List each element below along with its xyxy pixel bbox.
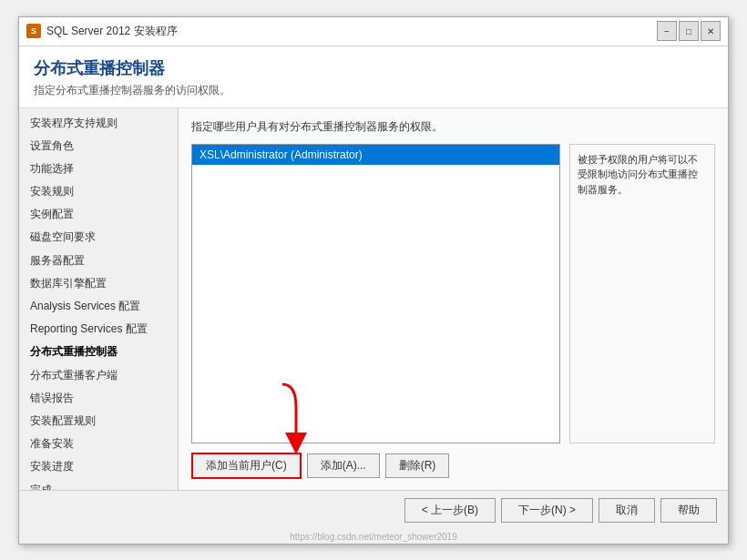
action-buttons-row: 添加当前用户(C) 添加(A)... 删除(R) xyxy=(191,453,715,479)
sidebar-item[interactable]: 完成 xyxy=(19,479,178,490)
watermark: https://blog.csdn.net/meteor_shower2019 xyxy=(19,530,728,544)
window-title: SQL Server 2012 安装程序 xyxy=(46,24,178,39)
help-button[interactable]: 帮助 xyxy=(660,498,717,523)
arrow-decoration xyxy=(237,380,310,464)
content-area: 安装程序支持规则设置角色功能选择安装规则实例配置磁盘空间要求服务器配置数据库引擎… xyxy=(19,108,728,490)
sidebar-item[interactable]: 分布式重播控制器 xyxy=(19,341,178,363)
title-bar: S SQL Server 2012 安装程序 − □ ✕ xyxy=(19,17,728,46)
app-icon: S xyxy=(26,24,41,38)
sidebar-item[interactable]: 设置角色 xyxy=(19,135,178,158)
sidebar-item[interactable]: 安装进度 xyxy=(19,455,178,478)
sidebar-item[interactable]: 数据库引擎配置 xyxy=(19,272,178,295)
title-bar-left: S SQL Server 2012 安装程序 xyxy=(26,24,178,39)
window-controls: − □ ✕ xyxy=(657,21,721,41)
sidebar-item[interactable]: 错误报告 xyxy=(19,387,178,410)
sidebar-item[interactable]: 准备安装 xyxy=(19,433,178,455)
page-subtitle: 指定分布式重播控制器服务的访问权限。 xyxy=(34,83,713,98)
minimize-button[interactable]: − xyxy=(657,21,677,41)
add-button[interactable]: 添加(A)... xyxy=(307,453,380,478)
next-button[interactable]: 下一步(N) > xyxy=(501,498,593,523)
main-window: S SQL Server 2012 安装程序 − □ ✕ 分布式重播控制器 指定… xyxy=(18,16,729,545)
sidebar-item[interactable]: 磁盘空间要求 xyxy=(19,226,178,249)
back-button[interactable]: < 上一步(B) xyxy=(404,498,496,523)
close-button[interactable]: ✕ xyxy=(701,21,721,41)
sidebar-item[interactable]: 安装规则 xyxy=(19,180,178,203)
remove-button[interactable]: 删除(R) xyxy=(385,453,450,478)
header-section: 分布式重播控制器 指定分布式重播控制器服务的访问权限。 xyxy=(19,46,728,108)
sidebar-item[interactable]: 分布式重播客户端 xyxy=(19,364,178,387)
sidebar-item[interactable]: 功能选择 xyxy=(19,158,178,180)
sidebar: 安装程序支持规则设置角色功能选择安装规则实例配置磁盘空间要求服务器配置数据库引擎… xyxy=(19,108,179,490)
sidebar-item[interactable]: 安装程序支持规则 xyxy=(19,112,178,135)
user-list-item[interactable]: XSL\Administrator (Administrator) xyxy=(192,145,559,165)
maximize-button[interactable]: □ xyxy=(679,21,699,41)
main-panel: 指定哪些用户具有对分布式重播控制器服务的权限。 XSL\Administrato… xyxy=(179,108,728,490)
help-text-box: 被授予权限的用户将可以不受限制地访问分布式重播控制器服务。 xyxy=(569,144,715,443)
cancel-button[interactable]: 取消 xyxy=(599,498,655,523)
sidebar-item[interactable]: 实例配置 xyxy=(19,203,178,226)
sidebar-item[interactable]: Reporting Services 配置 xyxy=(19,318,178,341)
sidebar-item[interactable]: Analysis Services 配置 xyxy=(19,295,178,318)
sidebar-item[interactable]: 服务器配置 xyxy=(19,249,178,272)
main-description: 指定哪些用户具有对分布式重播控制器服务的权限。 xyxy=(191,119,715,135)
sidebar-item[interactable]: 安装配置规则 xyxy=(19,410,178,433)
bottom-bar: < 上一步(B) 下一步(N) > 取消 帮助 xyxy=(19,490,728,530)
page-title: 分布式重播控制器 xyxy=(34,57,713,79)
